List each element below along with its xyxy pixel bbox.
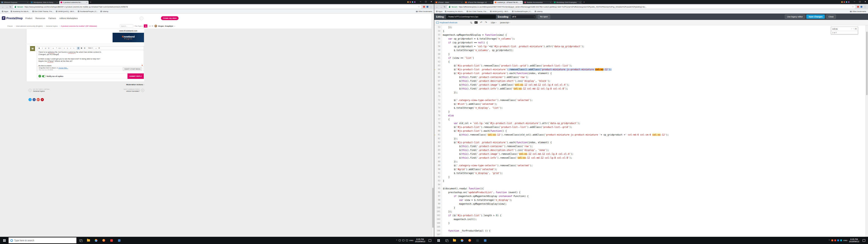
back-button[interactable]: ← xyxy=(436,6,438,8)
task-view-taskbar-button[interactable] xyxy=(77,237,85,244)
code-line[interactable]: 80 $('#js-product-list').each(function()… xyxy=(434,129,866,133)
outdent-button[interactable]: « xyxy=(69,47,72,50)
code-line[interactable]: 68 $(this).find('.product-image').addCla… xyxy=(434,83,866,87)
code-line[interactable]: 101 }); xyxy=(434,210,866,214)
code-line[interactable]: 88 }); xyxy=(434,160,866,163)
app-taskbar-button[interactable] xyxy=(481,237,489,244)
hidden-icons-caret[interactable]: ^ xyxy=(829,239,830,242)
find-widget[interactable]: col-xs ‹ › All 2 of 7 xyxy=(831,27,858,34)
task-view-taskbar-button[interactable] xyxy=(443,237,451,244)
code-line[interactable]: 81⚠ $(this).removeClass('col-xs-12').rem… xyxy=(434,133,866,137)
new-tab-button[interactable]: + xyxy=(582,1,586,4)
find-input[interactable]: col-xs xyxy=(832,28,850,30)
code-line[interactable]: 89 $('.category-view-type-selector').rem… xyxy=(434,163,866,167)
go-to-topic-listing[interactable]: ‹ GO TO TOPIC LISTING General topics xyxy=(29,89,50,92)
address-bar[interactable]: Secure https://www.prestashop.com/forums… xyxy=(13,5,422,8)
tab-close-icon[interactable]: × xyxy=(550,1,551,3)
code-line[interactable]: 64⚠ $('#js-product-list .product-miniatu… xyxy=(434,67,866,71)
tab-close-icon[interactable]: × xyxy=(491,1,492,3)
taskbar-search[interactable]: Type here to search xyxy=(8,238,76,243)
browser-menu-icon[interactable]: ⋮ xyxy=(864,6,866,8)
code-line[interactable]: 100 } xyxy=(434,206,866,210)
code-line[interactable]: 87 $(this).find('.product-info').removeC… xyxy=(434,156,866,160)
search-scope-dropdown[interactable]: This Topic▾ xyxy=(134,25,143,27)
minimize-button[interactable]: ─ xyxy=(852,0,857,4)
language-indicator[interactable]: ENG xyxy=(844,240,847,242)
clock[interactable]: 8:25 PM 2018/08/13 xyxy=(849,238,859,243)
bookmark-item[interactable]: Divi Child Theme, Fre... xyxy=(32,10,54,12)
search-icon[interactable] xyxy=(470,22,472,23)
reload-button[interactable]: ↻ xyxy=(444,6,445,8)
search-button[interactable] xyxy=(144,24,147,28)
clock[interactable]: 8:25 PM 2018/08/13 xyxy=(415,238,425,243)
twitter-icon[interactable]: t xyxy=(29,98,32,101)
chrome-taskbar-button[interactable] xyxy=(458,237,466,244)
breadcrumb-link[interactable]: International community (English) xyxy=(16,25,43,27)
bookmark-item[interactable]: Udemy xyxy=(535,10,542,12)
code-line[interactable]: 58 sp_gridproduct = 'col-lg-'+$('#js-pro… xyxy=(434,44,866,48)
submit-reply-button[interactable]: SUBMIT REPLY xyxy=(127,73,144,79)
bold-button[interactable]: B xyxy=(38,47,41,50)
code-line[interactable]: 86 $(this).find('.product-image').remove… xyxy=(434,152,866,156)
url-text[interactable]: https://efficientexpress.co.za:2083/cpse… xyxy=(459,6,851,8)
code-line[interactable]: 95$(document).ready( function(){ xyxy=(434,187,866,190)
page-scrollbar[interactable] xyxy=(432,13,434,237)
code-editor[interactable]: 53 });54}55magentech.spMagentechDisplay … xyxy=(434,25,866,237)
code-line[interactable]: 82 }); xyxy=(434,137,866,141)
bookmark-item[interactable]: WHM [cm01] - 88.0... xyxy=(56,10,75,12)
extension-icon[interactable] xyxy=(857,6,859,8)
code-line[interactable]: 77 { xyxy=(434,118,866,121)
code-line[interactable]: 102 if ($('#js-product-list').length > 0… xyxy=(434,214,866,217)
code-line[interactable]: 99 magentech.spMagentechDisplay(view); xyxy=(434,202,866,206)
reply-textarea[interactable]: There is no global.js file, but found a … xyxy=(37,50,144,66)
browser-tab[interactable]: Babble Accessories× xyxy=(523,1,553,4)
code-line[interactable]: 91 $.totalStorage('n_display', 'grid'); xyxy=(434,171,866,175)
align-left-button[interactable]: ▤ xyxy=(77,47,80,50)
code-line[interactable]: 70 }); xyxy=(434,91,866,94)
reopen-button[interactable]: Re-open xyxy=(538,15,550,19)
next-arrow-icon[interactable]: › xyxy=(141,89,144,92)
create-store-button[interactable]: Create my store xyxy=(161,16,179,20)
reply-editor[interactable]: BIUS∞”</>≡1.«»▤▦▥Size ▾☺⊞ There is no gl… xyxy=(37,46,144,71)
code-line[interactable]: 63 $('#js-product-list').removeClass('pr… xyxy=(434,64,866,67)
browser-tab[interactable]: Wordpress Jobs in Keny...× xyxy=(30,1,59,4)
user-avatar[interactable] xyxy=(154,25,157,27)
code-line[interactable]: 61 if (view == 'list') xyxy=(434,56,866,60)
tab-close-icon[interactable]: × xyxy=(580,1,581,3)
extension-icon[interactable] xyxy=(427,6,428,8)
code-line[interactable]: 62 { xyxy=(434,60,866,64)
file-explorer-taskbar-button[interactable] xyxy=(85,237,92,244)
notify-toggle[interactable] xyxy=(42,75,46,77)
code-line[interactable]: 55magentech.spMagentechDisplay = functio… xyxy=(434,33,866,37)
badge-icon[interactable] xyxy=(846,1,847,3)
syntax-mode-dropdown[interactable]: javascript▾ xyxy=(500,22,510,24)
browser-tab[interactable]: cPanel File Manager v3× xyxy=(464,1,493,4)
file-explorer-taskbar-button[interactable] xyxy=(451,237,458,244)
bookmark-item[interactable]: Apps xyxy=(2,10,8,12)
firefox-taskbar-button[interactable] xyxy=(466,237,473,244)
code-line[interactable]: 75 } xyxy=(434,110,866,114)
code-line[interactable]: 54} xyxy=(434,29,866,33)
maximize-button[interactable]: ☐ xyxy=(423,0,429,4)
insert-other-media-button[interactable]: INSERT OTHER MEDIA xyxy=(123,67,142,71)
browser-tab[interactable]: Efficient Express× xyxy=(0,1,29,4)
forward-button[interactable]: → xyxy=(440,6,442,8)
underline-button[interactable]: U xyxy=(44,47,47,50)
scrollbar-thumb[interactable] xyxy=(432,188,434,228)
firefox-taskbar-button[interactable] xyxy=(100,237,107,244)
list-ul-button[interactable]: ≡ xyxy=(63,47,66,50)
code-line[interactable]: 104 } xyxy=(434,221,866,225)
breadcrumb-link[interactable]: 2 product columns for mobile? (SP HiMark… xyxy=(61,25,97,27)
create-content-icon[interactable]: +▾ xyxy=(149,25,151,27)
keyboard-shortcuts-link[interactable]: Keyboard shortcuts xyxy=(436,22,458,24)
action-center-icon[interactable] xyxy=(863,239,865,242)
new-tab-button[interactable]: + xyxy=(89,1,92,4)
code-line[interactable]: 56 var sp_gridproduct = $.totalStorage('… xyxy=(434,37,866,41)
code-line[interactable]: 74 $.totalStorage('n_display', 'list'); xyxy=(434,106,866,110)
code-line[interactable]: 76 else xyxy=(434,114,866,118)
bookmark-item[interactable]: ScotlandsPeople | C... xyxy=(78,10,98,12)
code-line[interactable]: 107 xyxy=(434,233,866,237)
other-bookmarks[interactable]: Other bookmarks xyxy=(416,10,432,12)
code-line[interactable]: 67 $(this).find('.product-description-sh… xyxy=(434,79,866,83)
tab-close-icon[interactable]: × xyxy=(86,1,87,3)
